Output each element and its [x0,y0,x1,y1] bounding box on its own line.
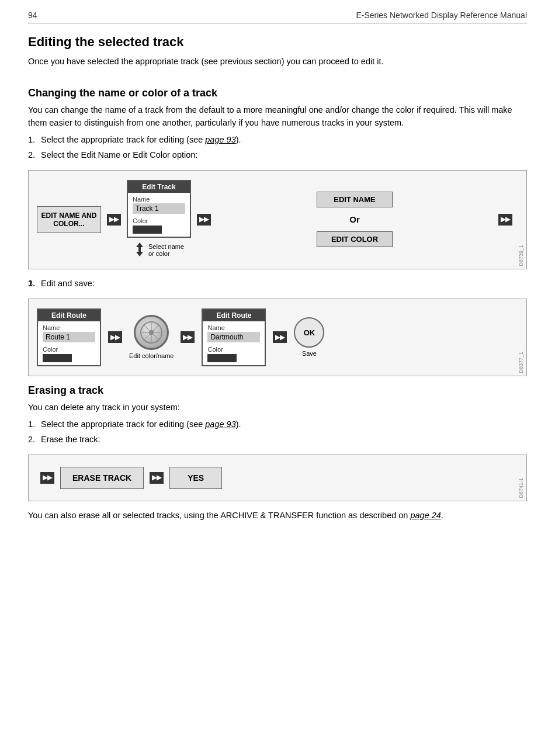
section-title-editing: Editing the selected track [28,34,527,50]
page-container: 94 E-Series Networked Display Reference … [0,0,555,545]
arrow-block-2: ▶▶ [197,214,211,226]
step3-text: Edit and save: [41,279,95,288]
step1-ref: page 93 [205,135,235,144]
color-swatch [133,226,162,234]
route1-color-label: Color [43,346,95,353]
edit-route-panel1: Edit Route Name Route 1 Color [37,308,101,366]
ok-button[interactable]: OK [294,317,324,348]
section-title-changing: Changing the name or color of a track [28,87,527,99]
section-erasing-body: You can delete any track in your system: [28,401,527,414]
edit-name-button[interactable]: EDIT NAME [317,192,393,207]
arrow-block-4: ▶▶ [108,331,122,343]
route2-name-label: Name [207,324,260,331]
route1-color-swatch [43,354,72,362]
arrow7: ▶▶ [40,472,54,484]
route1-name-value: Route 1 [43,332,95,342]
route2-color-label: Color [207,346,260,353]
footer-ref: page 24 [410,511,440,520]
arrow6: ▶▶ [273,331,287,343]
arrow-block-5: ▶▶ [181,331,195,343]
arrow-block-1: ▶▶ [107,214,121,226]
steps-list-step3: 3. Edit and save: [28,278,527,290]
svg-rect-3 [138,247,141,252]
erase-step-1: Select the appropriate track for editing… [28,418,527,431]
diagram2-content: Edit Route Name Route 1 Color ▶▶ [37,308,518,366]
svg-marker-0 [136,242,143,247]
arrow5: ▶▶ [181,331,195,343]
diagram1-content: EDIT NAME AND COLOR... ▶▶ Edit Track Nam… [37,180,518,259]
section-changing-body1: You can change the name of a track from … [28,104,527,130]
edit-route1-body: Name Route 1 Color [38,321,100,365]
erase-step1-text: Select the appropriate track for editing… [41,419,205,429]
select-name-color-label: Select name or color [134,241,184,259]
steps-list-erasing: Select the appropriate track for editing… [28,418,527,446]
edit-track-panel: Edit Track Name Track 1 Color [127,180,191,238]
step-1: Select the appropriate track for editing… [28,134,527,147]
step2-text: Select the Edit Name or Edit Color optio… [41,150,197,159]
arrow4: ▶▶ [108,331,122,343]
arrow-block-3: ▶▶ [498,214,512,226]
select-label-text: Select name or color [148,243,184,257]
erase-track-button[interactable]: ERASE TRACK [60,467,144,489]
panel-name-value: Track 1 [133,203,185,214]
section-erasing: Erasing a track You can delete any track… [28,384,527,522]
steps-list-changing: Select the appropriate track for editing… [28,134,527,162]
diagram3-id: D8741-1 [518,478,524,498]
arrow-block-8: ▶▶ [150,472,164,484]
erase-step2-text: Erase the track: [41,435,100,444]
section-changing: Changing the name or color of a track Yo… [28,87,527,376]
route1-name-label: Name [43,324,95,331]
diagram1-id: D8739_1 [518,245,524,266]
route2-name-value: Dartmouth [207,332,260,342]
or-text: Or [349,214,360,224]
step1-end: ). [236,135,241,144]
edit-route2-body: Name Dartmouth Color [203,321,265,365]
diagram1: EDIT NAME AND COLOR... ▶▶ Edit Track Nam… [28,170,527,269]
diagram3: ▶▶ ERASE TRACK ▶▶ YES D8741-1 [28,455,527,501]
step1-text: Select the appropriate track for editing… [41,135,205,144]
arrow8: ▶▶ [150,472,164,484]
route2-color-swatch [207,354,237,362]
edit-track-body: Name Track 1 Color [128,193,190,237]
page-number: 94 [28,11,37,20]
save-label: Save [302,350,317,357]
ok-label: OK [304,328,315,337]
svg-point-9 [149,330,154,335]
section-erasing-footer: You can also erase all or selected track… [28,509,527,522]
yes-button[interactable]: YES [169,467,222,489]
section-title-erasing: Erasing a track [28,384,527,397]
rotary-dial [134,315,169,350]
erase-step1-ref: page 93 [205,419,235,429]
arrow-block-6: ▶▶ [273,331,287,343]
section-editing: Editing the selected track Once you have… [28,34,527,68]
erase-step-2: Erase the track: [28,434,527,446]
erase-step1-end: ). [236,419,241,429]
panel-name-label: Name [133,196,185,203]
svg-marker-2 [136,252,143,256]
edit-track-title: Edit Track [128,181,190,193]
diagram2-id: D8377_1 [518,352,524,373]
arrow2: ▶▶ [197,214,211,226]
panel-color-label: Color [133,217,185,224]
manual-title: E-Series Networked Display Reference Man… [356,11,527,20]
page-header: 94 E-Series Networked Display Reference … [28,11,527,24]
step-3: 3. Edit and save: [28,278,527,290]
arrow3: ▶▶ [498,214,512,226]
step-2: Select the Edit Name or Edit Color optio… [28,149,527,162]
section-editing-body: Once you have selected the appropriate t… [28,56,527,68]
edit-route1-title: Edit Route [38,310,100,321]
edit-label: Edit color/name [129,352,174,359]
arrow-block-7: ▶▶ [40,472,54,484]
edit-route-panel2: Edit Route Name Dartmouth Color [202,308,266,366]
edit-route2-title: Edit Route [203,310,265,321]
nav-arrows-icon [134,241,145,259]
diagram2: Edit Route Name Route 1 Color ▶▶ [28,299,527,376]
arrow1: ▶▶ [107,214,121,226]
edit-name-color-button[interactable]: EDIT NAME AND COLOR... [37,206,101,233]
edit-color-button[interactable]: EDIT COLOR [317,231,393,247]
diagram3-content: ▶▶ ERASE TRACK ▶▶ YES [40,467,515,489]
